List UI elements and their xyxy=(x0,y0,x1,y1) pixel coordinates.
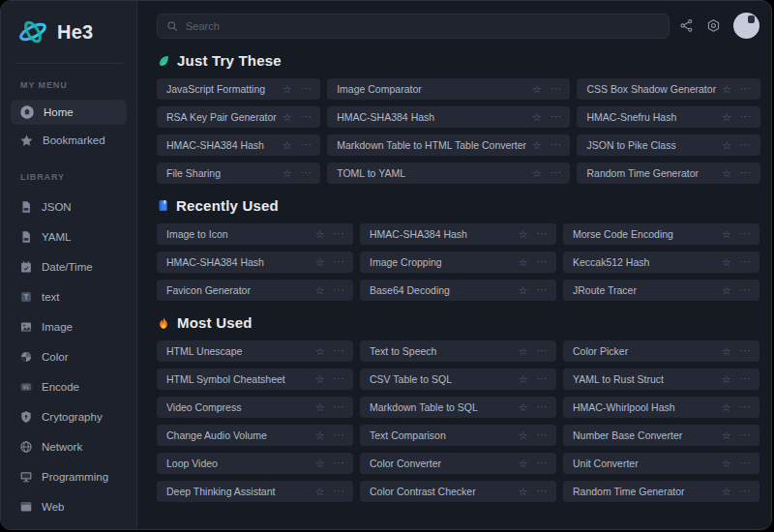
favorite-star-icon[interactable]: ☆ xyxy=(722,402,731,413)
sidebar-item-encode[interactable]: 01Encode xyxy=(11,375,127,399)
favorite-star-icon[interactable]: ☆ xyxy=(519,346,528,357)
more-options-icon[interactable]: ··· xyxy=(551,112,562,122)
more-options-icon[interactable]: ··· xyxy=(537,430,549,440)
sidebar-item-date-time[interactable]: Date/Time xyxy=(11,255,127,279)
favorite-star-icon[interactable]: ☆ xyxy=(315,346,325,357)
favorite-star-icon[interactable]: ☆ xyxy=(722,346,731,357)
more-options-icon[interactable]: ··· xyxy=(334,402,345,412)
more-options-icon[interactable]: ··· xyxy=(551,140,562,150)
favorite-star-icon[interactable]: ☆ xyxy=(315,374,325,385)
favorite-star-icon[interactable]: ☆ xyxy=(519,229,528,240)
tool-card-image-cropping[interactable]: Image Cropping☆··· xyxy=(360,251,556,273)
tool-card-hmac-sha384-hash[interactable]: HMAC-SHA384 Hash☆··· xyxy=(327,106,570,128)
tool-card-rsa-key-pair-generator[interactable]: RSA Key Pair Generator☆··· xyxy=(157,106,320,128)
tool-card-image-comparator[interactable]: Image Comparator☆··· xyxy=(327,78,570,100)
tool-card-json-to-pike-class[interactable]: JSON to Pike Class☆··· xyxy=(577,134,759,156)
sidebar-item-yaml[interactable]: YAML xyxy=(11,225,127,249)
more-options-icon[interactable]: ··· xyxy=(537,229,549,239)
favorite-star-icon[interactable]: ☆ xyxy=(722,229,731,240)
tool-card-random-time-generator[interactable]: Random Time Generator☆··· xyxy=(577,163,759,184)
tool-card-text-comparison[interactable]: Text Comparison☆··· xyxy=(360,425,556,446)
favorite-star-icon[interactable]: ☆ xyxy=(532,112,542,123)
favorite-star-icon[interactable]: ☆ xyxy=(722,374,731,385)
more-options-icon[interactable]: ··· xyxy=(537,402,549,412)
more-options-icon[interactable]: ··· xyxy=(740,487,752,496)
tool-card-color-converter[interactable]: Color Converter☆··· xyxy=(360,453,556,474)
more-options-icon[interactable]: ··· xyxy=(740,346,752,356)
more-options-icon[interactable]: ··· xyxy=(537,285,549,295)
favorite-star-icon[interactable]: ☆ xyxy=(722,458,731,469)
tool-card-base64-decoding[interactable]: Base64 Decoding☆··· xyxy=(360,280,556,301)
tool-card-deep-thinking-assistant[interactable]: Deep Thinking Assistant☆··· xyxy=(157,481,353,502)
tool-card-text-to-speech[interactable]: Text to Speech☆··· xyxy=(360,340,556,362)
sidebar-item-color[interactable]: Color xyxy=(11,345,127,369)
favorite-star-icon[interactable]: ☆ xyxy=(519,487,528,497)
sidebar-item-text[interactable]: Ttext xyxy=(11,285,127,309)
favorite-star-icon[interactable]: ☆ xyxy=(315,458,325,469)
settings-gear-icon[interactable] xyxy=(706,18,721,33)
more-options-icon[interactable]: ··· xyxy=(740,257,752,267)
favorite-star-icon[interactable]: ☆ xyxy=(315,487,325,497)
favorite-star-icon[interactable]: ☆ xyxy=(722,112,731,123)
tool-card-random-time-generator[interactable]: Random Time Generator☆··· xyxy=(563,481,759,502)
search-input[interactable] xyxy=(184,19,660,33)
sidebar-item-network[interactable]: Network xyxy=(11,435,127,458)
more-options-icon[interactable]: ··· xyxy=(334,346,345,356)
more-options-icon[interactable]: ··· xyxy=(334,374,345,384)
favorite-star-icon[interactable]: ☆ xyxy=(519,430,528,441)
more-options-icon[interactable]: ··· xyxy=(301,112,313,122)
tool-card-unit-converter[interactable]: Unit Converter☆··· xyxy=(563,453,759,474)
tool-card-color-contrast-checker[interactable]: Color Contrast Checker☆··· xyxy=(360,481,556,502)
favorite-star-icon[interactable]: ☆ xyxy=(315,285,325,296)
sidebar-item-crytography[interactable]: Crytography xyxy=(11,405,127,429)
tool-card-yaml-to-rust-struct[interactable]: YAML to Rust Struct☆··· xyxy=(563,369,759,390)
favorite-star-icon[interactable]: ☆ xyxy=(283,112,292,123)
tool-card-video-compress[interactable]: Video Compress☆··· xyxy=(157,397,353,418)
favorite-star-icon[interactable]: ☆ xyxy=(722,430,731,441)
more-options-icon[interactable]: ··· xyxy=(551,168,562,178)
more-options-icon[interactable]: ··· xyxy=(301,140,313,150)
more-options-icon[interactable]: ··· xyxy=(537,374,549,384)
more-options-icon[interactable]: ··· xyxy=(740,374,752,384)
more-options-icon[interactable]: ··· xyxy=(740,430,752,440)
favorite-star-icon[interactable]: ☆ xyxy=(283,84,292,95)
more-options-icon[interactable]: ··· xyxy=(740,84,752,94)
favorite-star-icon[interactable]: ☆ xyxy=(532,140,542,151)
more-options-icon[interactable]: ··· xyxy=(301,168,313,178)
more-options-icon[interactable]: ··· xyxy=(334,285,345,295)
favorite-star-icon[interactable]: ☆ xyxy=(722,257,731,268)
more-options-icon[interactable]: ··· xyxy=(740,229,752,239)
tool-card-favicon-generator[interactable]: Favicon Generator☆··· xyxy=(157,280,353,301)
more-options-icon[interactable]: ··· xyxy=(334,487,345,496)
favorite-star-icon[interactable]: ☆ xyxy=(722,285,731,296)
sidebar-item-bookmarked[interactable]: Bookmarked xyxy=(11,128,127,153)
more-options-icon[interactable]: ··· xyxy=(740,285,752,295)
more-options-icon[interactable]: ··· xyxy=(334,458,345,468)
favorite-star-icon[interactable]: ☆ xyxy=(519,257,528,268)
tool-card-loop-video[interactable]: Loop Video☆··· xyxy=(157,453,353,474)
tool-card-hmac-sha384-hash[interactable]: HMAC-SHA384 Hash☆··· xyxy=(157,251,353,273)
tool-card-keccak512-hash[interactable]: Keccak512 Hash☆··· xyxy=(563,251,759,273)
more-options-icon[interactable]: ··· xyxy=(301,84,313,94)
user-avatar[interactable] xyxy=(733,13,759,39)
tool-card-morse-code-encoding[interactable]: Morse Code Encoding☆··· xyxy=(563,223,759,245)
more-options-icon[interactable]: ··· xyxy=(740,112,752,122)
tool-card-color-picker[interactable]: Color Picker☆··· xyxy=(563,340,759,362)
tool-card-csv-table-to-sql[interactable]: CSV Table to SQL☆··· xyxy=(360,369,556,390)
tool-card-markdown-table-to-html-table-converter[interactable]: Markdown Table to HTML Table Converter☆·… xyxy=(327,134,570,156)
tool-card-html-unescape[interactable]: HTML Unescape☆··· xyxy=(157,340,353,362)
more-options-icon[interactable]: ··· xyxy=(537,257,549,267)
tool-card-css-box-shadow-generator[interactable]: CSS Box Shadow Generator☆··· xyxy=(577,78,759,100)
more-options-icon[interactable]: ··· xyxy=(537,346,549,356)
tool-card-number-base-converter[interactable]: Number Base Converter☆··· xyxy=(563,425,759,446)
tool-card-hmac-whirlpool-hash[interactable]: HMAC-Whirlpool Hash☆··· xyxy=(563,397,759,418)
favorite-star-icon[interactable]: ☆ xyxy=(722,487,731,497)
more-options-icon[interactable]: ··· xyxy=(551,84,562,94)
tool-card-html-symbol-cheatsheet[interactable]: HTML Symbol Cheatsheet☆··· xyxy=(157,369,353,390)
favorite-star-icon[interactable]: ☆ xyxy=(315,430,325,441)
share-icon[interactable] xyxy=(679,18,694,33)
favorite-star-icon[interactable]: ☆ xyxy=(283,168,292,179)
more-options-icon[interactable]: ··· xyxy=(740,140,752,150)
more-options-icon[interactable]: ··· xyxy=(740,458,752,468)
favorite-star-icon[interactable]: ☆ xyxy=(722,140,731,151)
